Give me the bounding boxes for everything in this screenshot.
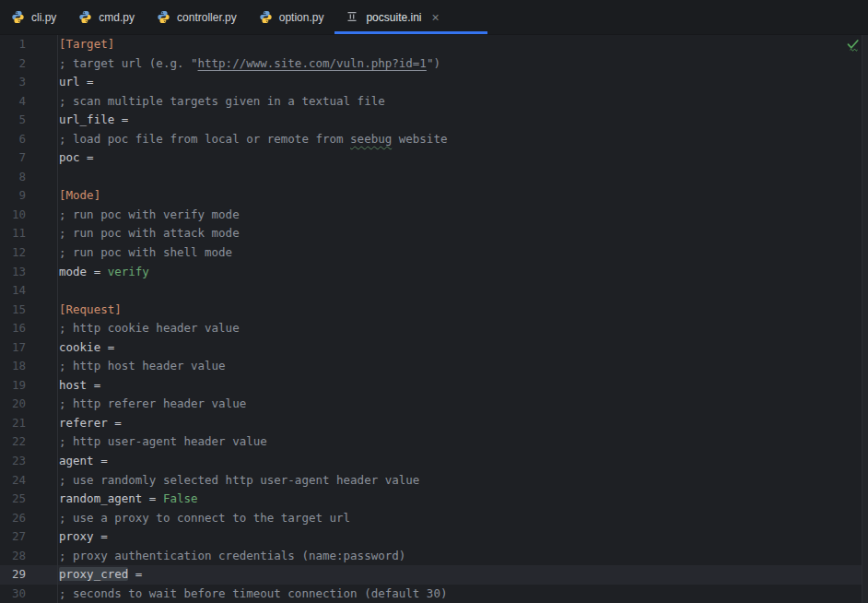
line-text: proxy_cred =	[57, 565, 142, 585]
token-section: [Request]	[59, 302, 122, 316]
check-icon	[846, 39, 860, 56]
code-line[interactable]: 18; http host header value	[0, 357, 868, 376]
code-line[interactable]: 27proxy =	[0, 527, 868, 547]
token-comment: ; use randomly selected http user-agent …	[59, 473, 419, 487]
line-number[interactable]: 4	[0, 92, 57, 112]
code-line[interactable]: 4; scan multiple targets given in a text…	[0, 92, 868, 112]
line-number[interactable]: 17	[0, 338, 57, 358]
line-number[interactable]: 8	[0, 168, 57, 187]
code-line[interactable]: 22; http user-agent header value	[0, 432, 868, 452]
code-editor[interactable]: 1[Target]2; target url (e.g. "http://www…	[0, 35, 868, 603]
code-line[interactable]: 9[Mode]	[0, 186, 868, 206]
code-line[interactable]: 6; load poc file from local or remote fr…	[0, 130, 868, 149]
token-comment: ; run poc with attack mode	[59, 226, 240, 240]
token-value: verify	[108, 265, 149, 278]
token-key: host =	[59, 378, 100, 392]
token-key: =	[128, 567, 142, 581]
line-number[interactable]: 6	[0, 130, 57, 149]
code-line[interactable]: 28; proxy authentication credentials (na…	[0, 547, 868, 566]
code-line[interactable]: 23agent =	[0, 452, 868, 471]
code-line[interactable]: 30; seconds to wait before timeout conne…	[0, 585, 868, 603]
code-line[interactable]: 13mode = verify	[0, 263, 868, 282]
code-line[interactable]: 26; use a proxy to connect to the target…	[0, 509, 868, 528]
line-number[interactable]: 23	[0, 452, 57, 471]
line-number[interactable]: 9	[0, 186, 57, 206]
line-number[interactable]: 22	[0, 432, 57, 452]
code-line[interactable]: 8	[0, 168, 868, 187]
code-line[interactable]: 1[Target]	[0, 35, 868, 54]
close-icon[interactable]: ×	[431, 11, 439, 24]
code-line[interactable]: 25random_agent = False	[0, 490, 868, 509]
line-number[interactable]: 1	[0, 35, 57, 54]
tab-cmd-py[interactable]: cmd.py	[67, 0, 146, 34]
line-number[interactable]: 16	[0, 319, 57, 338]
code-line[interactable]: 3url =	[0, 73, 868, 92]
line-number[interactable]: 5	[0, 111, 57, 130]
line-text: ; use a proxy to connect to the target u…	[57, 509, 350, 528]
tab-option-py[interactable]: option.py	[248, 0, 335, 34]
token-value: False	[163, 491, 198, 505]
line-number[interactable]: 10	[0, 206, 57, 225]
line-text: agent =	[57, 452, 108, 471]
ini-file-icon	[346, 10, 359, 24]
line-text: ; seconds to wait before timeout connect…	[57, 585, 447, 603]
line-number[interactable]: 18	[0, 357, 57, 376]
line-text: ; http user-agent header value	[57, 432, 267, 452]
code-line[interactable]: 7poc =	[0, 148, 868, 168]
code-line[interactable]: 11; run poc with attack mode	[0, 224, 868, 243]
tab-cli-py[interactable]: cli.py	[0, 0, 67, 34]
code-line[interactable]: 20; http referer header value	[0, 395, 868, 414]
line-number[interactable]: 26	[0, 509, 57, 528]
line-text: ; use randomly selected http user-agent …	[57, 471, 419, 491]
code-line-current[interactable]: 29proxy_cred =	[0, 565, 868, 585]
line-text: ; run poc with verify mode	[57, 206, 240, 225]
token-comment: ; run poc with verify mode	[59, 207, 240, 221]
line-number[interactable]: 7	[0, 148, 57, 168]
editor-tab-bar: cli.pycmd.pycontroller.pyoption.pypocsui…	[0, 0, 868, 35]
line-number[interactable]: 2	[0, 54, 57, 74]
token-key: referer =	[59, 416, 122, 430]
line-number[interactable]: 13	[0, 263, 57, 282]
token-comment: ; http referer header value	[59, 396, 246, 410]
token-comment: ; target url (e.g. "	[59, 56, 198, 70]
line-number[interactable]: 14	[0, 281, 57, 301]
line-number[interactable]: 25	[0, 490, 57, 509]
line-number[interactable]: 28	[0, 547, 57, 566]
code-line[interactable]: 17cookie =	[0, 338, 868, 358]
line-number[interactable]: 21	[0, 414, 57, 433]
inspections-widget[interactable]	[846, 38, 860, 56]
code-line[interactable]: 2; target url (e.g. "http://www.site.com…	[0, 54, 868, 74]
line-number[interactable]: 29	[0, 565, 57, 585]
line-number[interactable]: 11	[0, 224, 57, 243]
code-line[interactable]: 24; use randomly selected http user-agen…	[0, 471, 868, 491]
python-icon	[157, 10, 170, 24]
code-line[interactable]: 21referer =	[0, 414, 868, 433]
code-line[interactable]: 5url_file =	[0, 111, 868, 130]
line-text: ; run poc with shell mode	[57, 243, 232, 263]
line-text: ; proxy authentication credentials (name…	[57, 547, 405, 566]
scrollbar-track[interactable]	[862, 35, 868, 603]
url-link[interactable]: http://www.site.com/vuln.php?id=1	[198, 56, 427, 70]
tab-controller-py[interactable]: controller.py	[146, 0, 248, 34]
code-line[interactable]: 14	[0, 281, 868, 301]
line-number[interactable]: 30	[0, 585, 57, 603]
line-number[interactable]: 20	[0, 395, 57, 414]
code-line[interactable]: 12; run poc with shell mode	[0, 243, 868, 263]
line-number[interactable]: 24	[0, 471, 57, 491]
code-line[interactable]: 19host =	[0, 376, 868, 396]
line-number[interactable]: 3	[0, 73, 57, 92]
tab-pocsuite-ini[interactable]: pocsuite.ini×	[334, 0, 487, 34]
code-line[interactable]: 10; run poc with verify mode	[0, 206, 868, 225]
code-lines: 1[Target]2; target url (e.g. "http://www…	[0, 35, 868, 603]
code-line[interactable]: 15[Request]	[0, 301, 868, 320]
token-key: mode =	[59, 265, 108, 278]
line-number[interactable]: 19	[0, 376, 57, 396]
line-number[interactable]: 15	[0, 301, 57, 320]
token-key: url_file =	[59, 112, 128, 126]
token-key: proxy_cred	[59, 567, 128, 581]
line-number[interactable]: 12	[0, 243, 57, 263]
code-line[interactable]: 16; http cookie header value	[0, 319, 868, 338]
line-text: url_file =	[57, 111, 128, 130]
line-number[interactable]: 27	[0, 527, 57, 547]
token-key: proxy =	[59, 529, 108, 543]
